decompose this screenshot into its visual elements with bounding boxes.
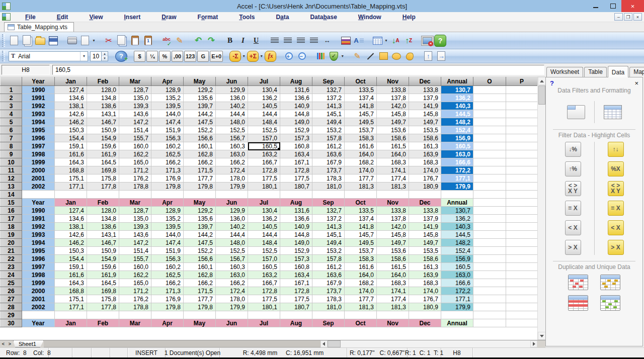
panel-tab-table[interactable]: Table (584, 67, 607, 77)
data-cell[interactable]: 177,7 (184, 295, 216, 303)
empty-cell[interactable] (248, 191, 280, 199)
zoom-out-icon[interactable]: − (296, 51, 308, 62)
column-header-p[interactable]: P (506, 77, 538, 86)
data-cell[interactable]: 177,5 (280, 295, 312, 303)
highlight-less-than-button[interactable]: < X (608, 220, 624, 235)
data-cell[interactable]: 154,9 (87, 134, 119, 142)
data-cell[interactable]: 129,2 (184, 86, 216, 94)
function-icon[interactable]: fx (265, 51, 276, 62)
data-cell[interactable]: 140,9 (280, 102, 312, 110)
row-header-27[interactable]: 27 (1, 295, 22, 303)
annual-cell[interactable]: 160,5 (441, 142, 473, 150)
data-cell[interactable]: 152,2 (184, 126, 216, 134)
menu-draw[interactable]: Draw (151, 13, 187, 22)
row-header-30[interactable]: 30 (1, 319, 22, 327)
annual-cell[interactable]: 172,2 (441, 287, 473, 295)
data-cell[interactable]: 133,8 (409, 207, 441, 215)
year-cell[interactable]: 2000 (22, 287, 55, 295)
data-cell[interactable]: 169,8 (87, 287, 119, 295)
data-cell[interactable]: 145,8 (377, 110, 409, 118)
save-icon[interactable] (47, 35, 59, 47)
data-cell[interactable]: 163,4 (280, 150, 312, 158)
horizontal-scroll-thumb[interactable] (328, 340, 341, 347)
style-icon[interactable]: A (353, 35, 365, 47)
data-cell[interactable]: 144,2 (184, 231, 216, 239)
empty-cell[interactable] (377, 191, 409, 199)
data-cell[interactable]: 153,5 (409, 126, 441, 134)
data-cell[interactable]: 154,4 (55, 255, 87, 263)
vertical-scroll-thumb[interactable] (538, 85, 545, 105)
data-cell[interactable]: 145,8 (377, 231, 409, 239)
year-cell[interactable]: 1997 (22, 142, 55, 150)
annual-cell[interactable]: 172,2 (441, 166, 473, 174)
autosum-minus-icon[interactable]: -Σ (229, 51, 241, 62)
data-cell[interactable]: 143,6 (119, 231, 151, 239)
block-header-jun[interactable]: Jun (216, 319, 248, 327)
data-cell[interactable]: 168,3 (377, 158, 409, 166)
row-header-3[interactable]: 3 (1, 102, 22, 110)
data-cell[interactable]: 137,2 (312, 94, 345, 102)
data-cell[interactable]: 161,9 (87, 150, 119, 158)
empty-cell[interactable] (151, 311, 184, 319)
data-cell[interactable]: 149,4 (312, 118, 345, 126)
export-up-icon[interactable]: ↑ (422, 51, 434, 62)
fraction-format-button[interactable]: ¼ (146, 51, 158, 62)
empty-cell[interactable] (216, 191, 248, 199)
empty-cell[interactable] (506, 174, 538, 183)
year-cell[interactable]: 1990 (22, 86, 55, 94)
spellcheck-icon[interactable]: abc (160, 35, 173, 47)
data-cell[interactable]: 173,7 (312, 166, 345, 174)
block-header-dec[interactable]: Dec (409, 319, 441, 327)
scroll-right-button[interactable] (530, 340, 537, 347)
empty-cell[interactable] (506, 94, 538, 102)
data-cell[interactable]: 153,6 (377, 247, 409, 255)
data-cell[interactable]: 148,4 (248, 239, 280, 247)
sort-descending-icon[interactable]: ↑Z (403, 35, 415, 47)
data-cell[interactable]: 136,6 (280, 94, 312, 102)
data-cell[interactable]: 163,0 (216, 150, 248, 158)
empty-cell[interactable] (280, 191, 312, 199)
block-header-mar[interactable]: Mar (119, 319, 151, 327)
data-cell[interactable]: 172,8 (280, 166, 312, 174)
block-header-oct[interactable]: Oct (345, 319, 377, 327)
data-cell[interactable]: 162,5 (151, 271, 184, 279)
data-cell[interactable]: 168,2 (345, 279, 377, 287)
data-cell[interactable]: 175,8 (87, 174, 119, 183)
data-cell[interactable]: 175,1 (55, 174, 87, 183)
data-cell[interactable]: 162,2 (119, 150, 151, 158)
data-cell[interactable]: 153,2 (312, 126, 345, 134)
data-cell[interactable]: 158,6 (377, 134, 409, 142)
menu-help[interactable]: Help (392, 13, 426, 22)
open-file-icon[interactable] (34, 35, 46, 47)
filter-equal-value-button[interactable]: = X (565, 201, 581, 216)
data-cell[interactable]: 162,8 (184, 150, 216, 158)
data-cell[interactable]: 153,7 (345, 247, 377, 255)
horizontal-scrollbar[interactable] (320, 340, 537, 347)
data-cell[interactable]: 163,6 (312, 271, 345, 279)
data-cell[interactable]: 167,9 (312, 158, 345, 166)
data-cell[interactable]: 128,9 (151, 86, 184, 94)
autosum-minus-icon-dropdown[interactable]: ▾ (242, 54, 246, 58)
data-cell[interactable]: 175,8 (87, 295, 119, 303)
data-cell[interactable]: 127,4 (55, 207, 87, 215)
empty-cell[interactable] (312, 191, 345, 199)
row-header-8[interactable]: 8 (1, 142, 22, 150)
data-cell[interactable]: 138,1 (55, 102, 87, 110)
font-size-spinner-arrows[interactable]: ▲▼ (101, 52, 108, 61)
data-cell[interactable]: 164,3 (55, 158, 87, 166)
data-cell[interactable]: 144,8 (280, 110, 312, 118)
column-header-jan[interactable]: Jan (55, 77, 87, 86)
row-header-29[interactable]: 29 (1, 311, 22, 319)
annual-cell[interactable]: 152,4 (441, 247, 473, 255)
data-cell[interactable]: 180,7 (280, 303, 312, 311)
year-cell[interactable]: 1991 (22, 94, 55, 102)
empty-cell[interactable] (506, 239, 538, 247)
data-cell[interactable]: 137,2 (312, 215, 345, 223)
data-cell[interactable]: 143,1 (87, 110, 119, 118)
filter-above-percent-button[interactable]: ↑% (565, 161, 581, 176)
font-name-dropdown-icon[interactable]: ▾ (80, 52, 88, 61)
data-cell[interactable]: 168,3 (377, 279, 409, 287)
empty-cell[interactable] (506, 86, 538, 94)
sort-ascending-icon[interactable]: ↓A (389, 35, 401, 47)
data-cell[interactable]: 140,5 (248, 102, 280, 110)
